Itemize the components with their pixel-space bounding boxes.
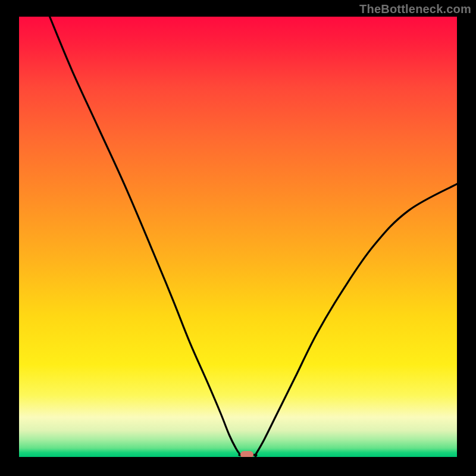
bottleneck-curve [50, 17, 457, 456]
watermark-text: TheBottleneck.com [359, 2, 471, 16]
plot-area [19, 17, 457, 457]
chart-frame: TheBottleneck.com [0, 0, 476, 476]
minimum-marker [240, 451, 253, 457]
curve-line [19, 17, 457, 457]
